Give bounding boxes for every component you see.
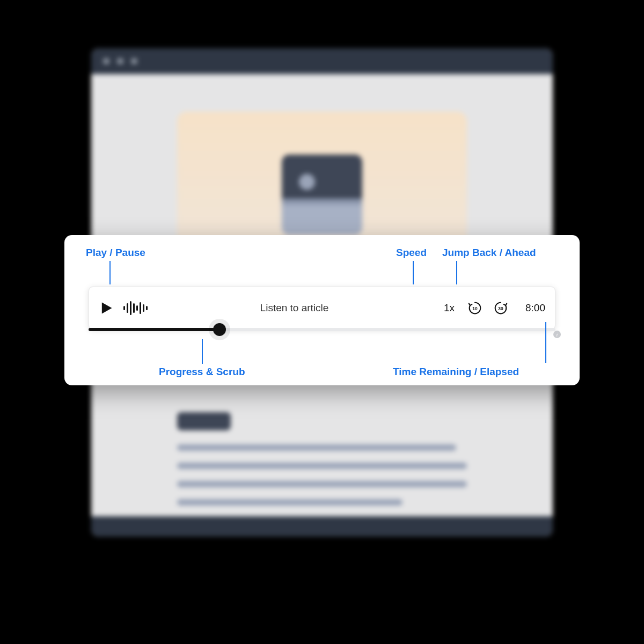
skip-ahead-button[interactable]: 30	[493, 300, 509, 316]
window-footer	[91, 516, 553, 537]
annotation-speed: Speed	[396, 247, 427, 259]
image-placeholder-icon	[282, 155, 362, 235]
annotation-tick	[456, 261, 457, 284]
skip-ahead-30-icon: 30	[493, 300, 509, 316]
svg-text:10: 10	[472, 306, 478, 311]
time-display[interactable]: 8:00	[518, 302, 545, 314]
annotation-progress: Progress & Scrub	[159, 366, 245, 378]
annotation-time: Time Remaining / Elapsed	[393, 366, 519, 378]
play-pause-button[interactable]	[99, 301, 114, 316]
scrub-handle[interactable]	[213, 323, 226, 336]
annotation-tick	[202, 339, 203, 364]
info-icon[interactable]: i	[553, 331, 561, 338]
play-icon	[99, 301, 114, 316]
playback-speed-button[interactable]: 1x	[441, 302, 457, 314]
traffic-light-dot	[103, 58, 109, 64]
waveform-icon	[123, 301, 148, 316]
progress-fill	[89, 328, 217, 331]
audio-player: Listen to article 1x 10 30 8:00	[89, 287, 555, 330]
skip-back-10-icon: 10	[467, 300, 483, 316]
progress-track[interactable]	[89, 328, 555, 331]
player-title: Listen to article	[157, 302, 431, 314]
svg-text:30: 30	[498, 306, 503, 311]
article-body-placeholder	[177, 412, 467, 506]
annotation-tick	[545, 322, 546, 363]
traffic-light-dot	[131, 58, 137, 64]
annotation-tick	[109, 261, 111, 284]
annotation-tick	[413, 261, 414, 284]
skip-back-button[interactable]: 10	[467, 300, 483, 316]
window-chrome	[91, 48, 553, 74]
annotation-play-pause: Play / Pause	[86, 247, 145, 259]
traffic-light-dot	[117, 58, 123, 64]
annotation-jump: Jump Back / Ahead	[442, 247, 536, 259]
